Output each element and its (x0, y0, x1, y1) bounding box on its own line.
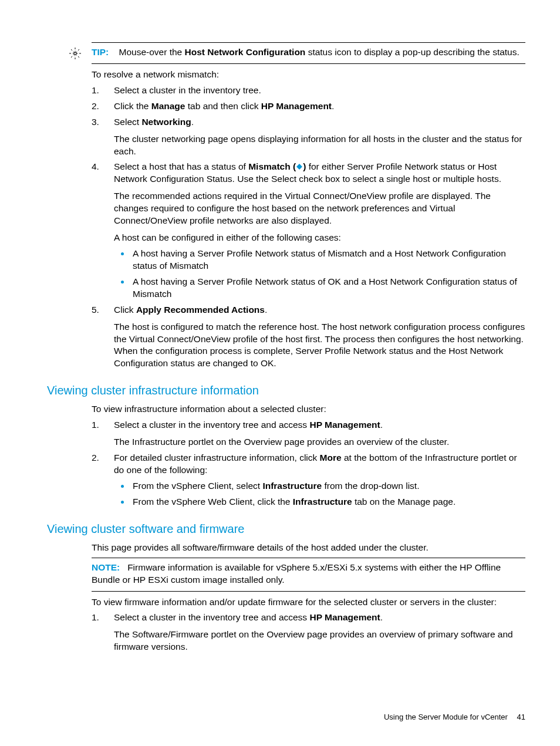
step-number: 5. (92, 304, 108, 316)
tip-label: TIP: (92, 47, 109, 57)
tip-bold: Host Network Configuration (185, 47, 306, 57)
sec2-p2: To view firmware information and/or upda… (92, 596, 525, 609)
svg-point-0 (73, 51, 77, 56)
page-footer: Using the Server Module for vCenter 41 (47, 712, 525, 723)
step-4-para2: A host can be configured in either of th… (114, 232, 525, 244)
resolve-intro: To resolve a network mismatch: (92, 69, 525, 81)
sec1-step2-bullets: From the vSphere Client, select Infrastr… (114, 480, 525, 508)
sec2-intro: This page provides all software/firmware… (92, 542, 525, 554)
step-text: Select a cluster in the inventory tree a… (114, 420, 383, 430)
step-4: 4. Select a host that has a status of Mi… (92, 161, 525, 300)
sec1-intro: To view infrastructure information about… (92, 403, 525, 416)
mismatch-diamond-icon (296, 163, 303, 170)
step-number: 3. (92, 116, 108, 129)
footer-text: Using the Server Module for vCenter (384, 713, 508, 721)
sec1-step-2: 2. For detailed cluster infrastructure i… (92, 452, 525, 508)
step-3-para: The cluster networking page opens displa… (114, 133, 525, 158)
step-text: Select a cluster in the inventory tree a… (114, 612, 383, 622)
section-heading-software-firmware: Viewing cluster software and firmware (47, 521, 525, 537)
sec2-step1-para: The Software/Firmware portlet on the Ove… (114, 629, 525, 653)
document-page: TIP: Mouse-over the Host Network Configu… (0, 0, 560, 746)
step-text: Select Networking. (114, 117, 194, 127)
svg-line-8 (78, 49, 79, 50)
step-text: For detailed cluster infrastructure info… (114, 453, 517, 475)
svg-line-6 (78, 56, 79, 58)
step-text: Click the Manage tab and then click HP M… (114, 101, 334, 111)
section-heading-infrastructure: Viewing cluster infrastructure informati… (47, 383, 525, 399)
step-number: 1. (92, 85, 108, 97)
sec1-steps: 1. Select a cluster in the inventory tre… (92, 419, 525, 508)
step-text: Click Apply Recommended Actions. (114, 305, 267, 315)
step-number: 1. (92, 612, 108, 624)
tip-text-post: status icon to display a pop-up describi… (305, 47, 519, 57)
step-5: 5. Click Apply Recommended Actions. The … (92, 304, 525, 370)
step-number: 1. (92, 419, 108, 431)
step-4-para1: The recommended actions required in the … (114, 190, 525, 227)
svg-line-7 (71, 56, 72, 58)
step-text: Select a host that has a status of Misma… (114, 161, 501, 184)
step-number: 2. (92, 100, 108, 113)
step-4-bullets: A host having a Server Profile Network s… (114, 248, 525, 301)
tip-callout: TIP: Mouse-over the Host Network Configu… (92, 42, 525, 64)
bullet-item: A host having a Server Profile Network s… (114, 248, 525, 272)
tip-lightbulb-icon (68, 46, 82, 60)
bullet-item: From the vSphere Client, select Infrastr… (114, 480, 525, 492)
step-2: 2. Click the Manage tab and then click H… (92, 100, 525, 113)
step-3: 3. Select Networking. The cluster networ… (92, 116, 525, 158)
bullet-item: A host having a Server Profile Network s… (114, 276, 525, 301)
svg-rect-10 (296, 164, 302, 170)
sec2-steps: 1. Select a cluster in the inventory tre… (92, 612, 525, 653)
svg-point-9 (74, 52, 76, 55)
note-callout: NOTE: Firmware information is available … (92, 558, 525, 592)
sec2-step-1: 1. Select a cluster in the inventory tre… (92, 612, 525, 653)
step-text: Select a cluster in the inventory tree. (114, 85, 261, 95)
step-5-para: The host is configured to match the refe… (114, 321, 525, 370)
step-1: 1. Select a cluster in the inventory tre… (92, 85, 525, 97)
sec1-step1-para: The Infrastructure portlet on the Overvi… (114, 436, 525, 448)
tip-text-pre: Mouse-over the (119, 47, 185, 57)
sec1-step-1: 1. Select a cluster in the inventory tre… (92, 419, 525, 448)
step-number: 2. (92, 452, 108, 464)
bullet-item: From the vSphere Web Client, click the I… (114, 496, 525, 508)
page-number: 41 (517, 713, 525, 721)
resolve-steps: 1. Select a cluster in the inventory tre… (92, 85, 525, 370)
step-number: 4. (92, 161, 108, 173)
note-text: Firmware information is available for vS… (92, 562, 501, 585)
note-label: NOTE: (92, 562, 120, 572)
svg-line-5 (71, 49, 72, 50)
